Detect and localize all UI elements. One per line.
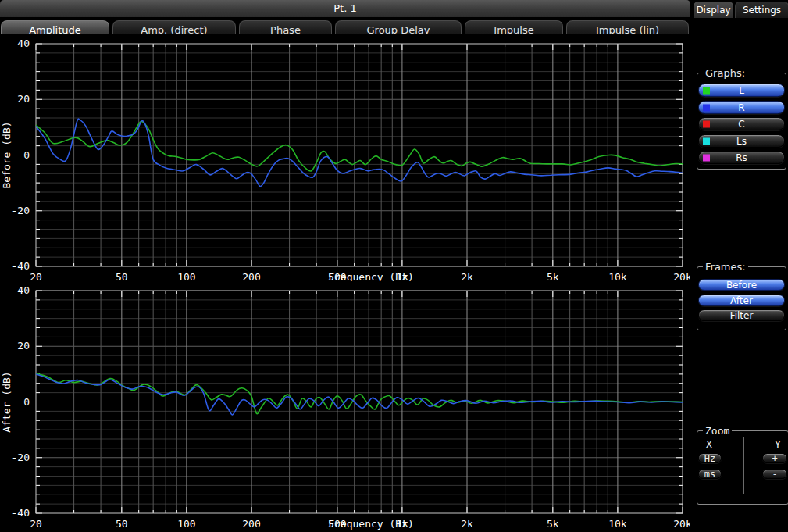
before-amplitude-chart: 40200-20-4020501002005001k2k5k10k20kFreq… bbox=[0, 34, 690, 281]
tab-display[interactable]: Display bbox=[694, 2, 733, 18]
channel-button-c[interactable]: C bbox=[698, 117, 785, 130]
channel-color-swatch bbox=[703, 120, 710, 127]
svg-text:40: 40 bbox=[17, 284, 30, 296]
svg-text:After (dB): After (dB) bbox=[1, 371, 12, 432]
svg-text:2k: 2k bbox=[461, 518, 473, 530]
zoom-y-label: Y bbox=[772, 438, 784, 450]
svg-text:10k: 10k bbox=[608, 271, 627, 281]
channel-color-swatch bbox=[703, 87, 710, 94]
channel-button-r[interactable]: R bbox=[698, 101, 785, 114]
svg-text:-20: -20 bbox=[12, 205, 30, 216]
svg-text:20: 20 bbox=[30, 271, 42, 281]
channel-color-swatch bbox=[703, 104, 710, 111]
channel-button-label: R bbox=[738, 102, 744, 113]
svg-text:0: 0 bbox=[23, 149, 30, 161]
channel-button-l[interactable]: L bbox=[698, 84, 785, 97]
svg-text:0: 0 bbox=[23, 396, 30, 408]
svg-text:20: 20 bbox=[17, 93, 30, 105]
channel-button-label: C bbox=[738, 119, 744, 130]
tab-settings[interactable]: Settings bbox=[735, 2, 788, 18]
window-titlebar: Pt. 1 bbox=[0, 0, 690, 17]
svg-text:200: 200 bbox=[242, 518, 260, 530]
zoom-divider bbox=[743, 437, 744, 494]
svg-text:20k: 20k bbox=[673, 271, 690, 281]
channel-color-swatch bbox=[703, 154, 710, 161]
zoom-x-label: X bbox=[703, 438, 715, 450]
graphs-label: Graphs: bbox=[703, 67, 747, 79]
svg-text:10k: 10k bbox=[608, 518, 627, 530]
svg-text:200: 200 bbox=[242, 271, 260, 281]
svg-text:-40: -40 bbox=[12, 260, 30, 272]
svg-text:50: 50 bbox=[116, 518, 128, 530]
svg-text:Frequency (Hz): Frequency (Hz) bbox=[328, 271, 414, 281]
svg-text:2k: 2k bbox=[461, 271, 473, 281]
channel-button-label: Ls bbox=[736, 136, 747, 147]
svg-text:100: 100 bbox=[177, 518, 195, 530]
svg-text:5k: 5k bbox=[547, 271, 559, 281]
svg-text:Before (dB): Before (dB) bbox=[1, 121, 12, 188]
zoom-x-ms-button[interactable]: ms bbox=[698, 469, 722, 479]
svg-text:-40: -40 bbox=[12, 507, 30, 519]
zoom-x-hz-button[interactable]: Hz bbox=[698, 453, 722, 463]
svg-text:20k: 20k bbox=[673, 518, 690, 530]
channel-button-label: L bbox=[739, 85, 744, 96]
frame-button-after[interactable]: After bbox=[698, 295, 785, 306]
zoom-label: Zoom bbox=[703, 425, 732, 437]
zoom-in-button[interactable]: + bbox=[762, 453, 787, 463]
frames-label: Frames: bbox=[703, 261, 748, 273]
svg-text:20: 20 bbox=[17, 340, 30, 352]
svg-text:50: 50 bbox=[116, 271, 128, 281]
svg-text:40: 40 bbox=[17, 37, 30, 49]
svg-text:-20: -20 bbox=[12, 452, 30, 463]
svg-text:Frequency (Hz): Frequency (Hz) bbox=[328, 518, 414, 530]
svg-text:5k: 5k bbox=[547, 518, 559, 530]
channel-button-ls[interactable]: Ls bbox=[698, 134, 785, 148]
svg-text:20: 20 bbox=[30, 518, 42, 530]
page-title: Pt. 1 bbox=[333, 2, 356, 14]
svg-text:100: 100 bbox=[177, 271, 195, 281]
frame-button-filter[interactable]: Filter bbox=[698, 309, 785, 321]
after-amplitude-chart: 40200-20-4020501002005001k2k5k10k20kFreq… bbox=[0, 281, 690, 532]
zoom-out-button[interactable]: - bbox=[762, 469, 787, 479]
channel-color-swatch bbox=[703, 137, 710, 145]
channel-button-rs[interactable]: Rs bbox=[698, 151, 785, 164]
frame-button-before[interactable]: Before bbox=[698, 279, 785, 291]
channel-button-label: Rs bbox=[736, 152, 747, 163]
